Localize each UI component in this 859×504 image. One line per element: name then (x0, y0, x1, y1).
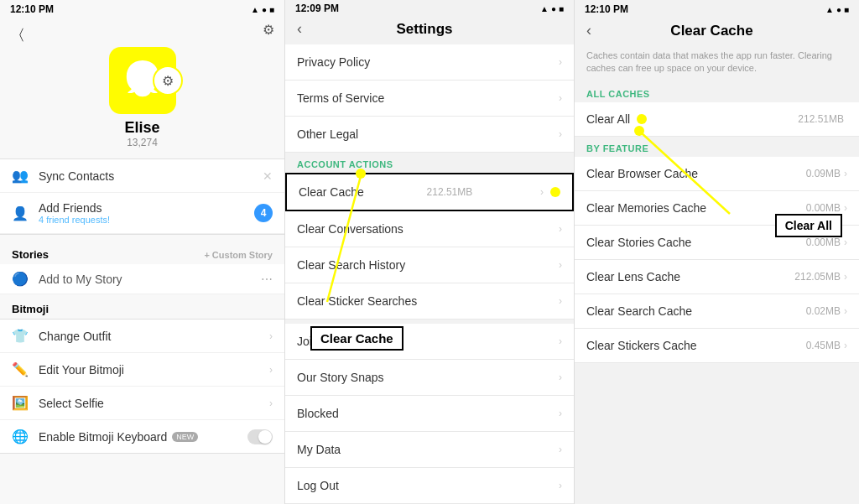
status-icons-panel1: ▲ ● ■ (251, 5, 274, 14)
back-chevron-icon[interactable]: 〈 (10, 25, 25, 45)
custom-story-label: + Custom Story (204, 250, 273, 260)
wifi-icon: ● (836, 5, 841, 14)
add-story-icon: 🔵 (12, 271, 29, 287)
clear-sticker-item[interactable]: Clear Sticker Searches › (285, 283, 574, 320)
clear-browser-cache-item[interactable]: Clear Browser Cache 0.09MB › (575, 157, 859, 191)
chevron-right-icon: › (269, 397, 273, 409)
clear-stickers-cache-item[interactable]: Clear Stickers Cache 0.45MB › (575, 329, 859, 363)
chevron-right-icon: › (559, 56, 562, 68)
clear-conversations-item[interactable]: Clear Conversations › (285, 211, 574, 247)
logout-item[interactable]: Log Out › (285, 468, 574, 504)
chevron-right-icon: › (269, 364, 273, 376)
back-button[interactable]: ‹ (586, 22, 591, 39)
profile-header: 〈 ⚙ (0, 18, 284, 45)
sync-contacts-label: Sync Contacts (39, 169, 114, 183)
select-selfie-item[interactable]: 🖼️ Select Selfie › (0, 387, 284, 420)
all-caches-list: Clear All 212.51MB (575, 102, 859, 137)
add-story-label: Add to My Story (39, 273, 122, 286)
terms-label: Terms of Service (297, 91, 384, 105)
app-container: 12:10 PM ▲ ● ■ 〈 ⚙ ⚙ Elise 13,274 (0, 0, 859, 504)
clear-cache-description: Caches contain data that makes the app r… (575, 46, 859, 82)
change-outfit-label: Change Outfit (39, 330, 111, 343)
bitmoji-section: Bitmoji 👕 Change Outfit › ✏️ Edit Your B… (0, 294, 284, 454)
chevron-right-icon: › (559, 444, 562, 455)
chevron-right-icon: › (844, 340, 847, 351)
clear-memories-value: 0.00MB (806, 202, 841, 214)
snap-ghost-container[interactable]: ⚙ (109, 47, 176, 114)
profile-menu: 👥 Sync Contacts ✕ 👤 Add Friends 4 friend… (0, 158, 284, 235)
yellow-dot-annotation (550, 187, 560, 197)
status-bar-panel2: 12:09 PM ▲ ● ■ (285, 0, 574, 17)
clear-sticker-label: Clear Sticker Searches (297, 294, 417, 308)
new-badge: NEW (172, 432, 198, 442)
more-options-icon[interactable]: ⋯ (261, 273, 273, 286)
chevron-right-icon: › (559, 259, 562, 271)
add-friends-text: Add Friends 4 friend requests! (39, 201, 110, 225)
sync-contacts-icon: 👥 (12, 168, 29, 184)
status-bar-panel1: 12:10 PM ▲ ● ■ (0, 0, 284, 18)
settings-title: Settings (310, 21, 539, 38)
add-friends-icon: 👤 (12, 205, 29, 221)
clear-cache-item[interactable]: Clear Cache 212.51MB › (285, 173, 574, 211)
clear-conversations-label: Clear Conversations (297, 222, 403, 236)
clear-all-label: Clear All (586, 112, 630, 126)
clear-lens-value: 212.05MB (794, 271, 841, 283)
time-panel2: 12:09 PM (295, 3, 339, 14)
change-outfit-item[interactable]: 👕 Change Outfit › (0, 320, 284, 353)
add-to-story-item[interactable]: 🔵 Add to My Story ⋯ (0, 264, 284, 294)
status-bar-panel3: 12:10 PM ▲ ● ■ (575, 0, 859, 18)
clear-search-cache-item[interactable]: Clear Search Cache 0.02MB › (575, 294, 859, 329)
close-icon[interactable]: ✕ (263, 169, 273, 183)
clear-lens-cache-item[interactable]: Clear Lens Cache 212.05MB › (575, 260, 859, 294)
edit-bitmoji-item[interactable]: ✏️ Edit Your Bitmoji › (0, 353, 284, 387)
clear-cache-panel: 12:10 PM ▲ ● ■ ‹ Clear Cache Caches cont… (575, 0, 859, 504)
signal-icon: ▲ (251, 5, 259, 14)
clear-all-item[interactable]: Clear All 212.51MB (575, 102, 859, 137)
clear-lens-label: Clear Lens Cache (586, 270, 680, 283)
clear-browser-value: 0.09MB (806, 168, 841, 179)
my-data-item[interactable]: My Data › (285, 432, 574, 468)
battery-icon: ■ (844, 5, 849, 14)
by-feature-header: BY FEATURE (575, 137, 859, 157)
battery-icon: ■ (269, 5, 274, 14)
gear-icon-header[interactable]: ⚙ (263, 22, 274, 38)
clear-search-history-item[interactable]: Clear Search History › (285, 247, 574, 283)
other-legal-label: Other Legal (297, 127, 358, 141)
enable-keyboard-item[interactable]: 🌐 Enable Bitmoji Keyboard NEW (0, 420, 284, 453)
privacy-policy-item[interactable]: Privacy Policy › (285, 44, 574, 81)
story-snaps-item[interactable]: Our Story Snaps › (285, 360, 574, 396)
friend-requests-badge: 4 (254, 204, 273, 222)
edit-icon: ✏️ (12, 361, 29, 377)
blocked-item[interactable]: Blocked › (285, 396, 574, 432)
settings-list: Privacy Policy › Terms of Service › Othe… (285, 44, 574, 153)
back-button[interactable]: ‹ (297, 20, 302, 38)
clear-cache-value: 212.51MB (427, 186, 473, 198)
menu-item-add-friends[interactable]: 👤 Add Friends 4 friend requests! 4 (0, 193, 284, 234)
clear-stickers-label: Clear Stickers Cache (586, 339, 697, 352)
stories-label: Stories (12, 248, 49, 261)
clear-cache-label: Clear Cache (299, 185, 364, 199)
terms-item[interactable]: Terms of Service › (285, 81, 574, 117)
keyboard-toggle[interactable] (247, 429, 273, 444)
menu-item-sync[interactable]: 👥 Sync Contacts ✕ (0, 159, 284, 193)
annotation-area-p2: Clear Cache (285, 320, 574, 324)
clear-cache-title: Clear Cache (600, 23, 824, 39)
clear-cache-header: ‹ Clear Cache (575, 18, 859, 46)
clear-stickers-value: 0.45MB (806, 340, 841, 351)
chevron-right-icon: › (559, 128, 562, 140)
wifi-icon: ● (551, 4, 556, 13)
chevron-right-icon: › (559, 92, 562, 104)
signal-icon: ▲ (540, 4, 549, 13)
more-settings-list: Join Snapchat Beta › Our Story Snaps › B… (285, 324, 574, 504)
other-legal-item[interactable]: Other Legal › (285, 117, 574, 153)
story-snaps-label: Our Story Snaps (297, 371, 384, 384)
stories-title: Stories + Custom Story (0, 240, 284, 264)
time-panel1: 12:10 PM (10, 3, 54, 15)
clear-memories-label: Clear Memories Cache (586, 201, 706, 215)
score-label: 13,274 (127, 137, 158, 148)
chevron-right-icon: › (540, 186, 544, 198)
chevron-right-icon: › (844, 202, 847, 214)
custom-story-button[interactable]: + Custom Story (204, 250, 273, 260)
gear-badge-icon[interactable]: ⚙ (153, 65, 183, 96)
chevron-right-icon: › (559, 295, 562, 307)
